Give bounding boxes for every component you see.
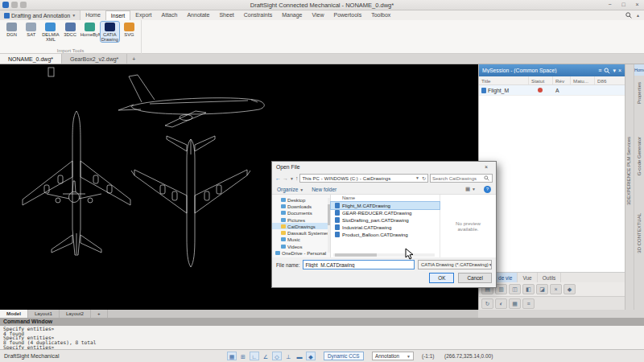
delmia-xml-button[interactable]: DELMIA XML [41,22,60,42]
list-view-icon[interactable]: ≡ [522,298,535,309]
grid-icon[interactable]: ⊞ [238,352,248,360]
maturity-icon[interactable]: ▥ [495,284,507,294]
new-tab-button[interactable]: + [127,54,140,64]
svg-button[interactable]: SVG [120,22,138,42]
panel-tab-3dcontextual[interactable]: 3D CONTEXTUAL [637,213,642,253]
tree-item-thispc[interactable]: This PC [272,257,330,257]
annotation-scale-select[interactable]: Annotation ▼ [372,352,414,360]
workspace-selector[interactable]: Drafting and Annotation ▼ [0,10,80,20]
forward-icon[interactable]: → [283,174,288,183]
organize-button[interactable]: Organize ▼ [277,187,303,192]
add-layout-button[interactable]: + [91,310,108,318]
ribbon-tab-attach[interactable]: Attach [157,10,183,20]
tab-vue[interactable]: Vue [518,273,537,282]
breadcrumb[interactable]: This PC [302,176,319,181]
transfer-icon[interactable]: ◧ [522,284,535,294]
ok-button[interactable]: OK [429,273,454,283]
homebyme-button[interactable]: HomeByMe [80,22,100,42]
panel-tab-home[interactable]: Home [634,64,644,76]
ribbon-tab-view[interactable]: View [307,10,328,20]
tree-item-music[interactable]: Music [272,237,330,243]
etrack-icon[interactable]: ⊥ [283,352,293,360]
ribbon-tab-annotate[interactable]: Annotate [182,10,214,20]
ribbon-tab-powertools[interactable]: Powertools [329,10,367,20]
grid-view-icon[interactable]: ▦ [509,298,521,309]
tree-item-dassault[interactable]: Dassault Systemes [272,229,330,236]
polar-icon[interactable]: ∠ [261,352,270,360]
back-icon[interactable]: ← [275,174,281,183]
column-statut[interactable]: Statut [529,76,553,84]
ribbon-tab-insert[interactable]: Insert [105,10,131,20]
column-title[interactable]: Title [479,76,529,84]
delete-icon[interactable]: × [550,284,562,294]
refresh-icon[interactable]: ↻ [481,298,493,309]
panel-tab-properties[interactable]: Properties [637,82,642,104]
maximize-button[interactable]: □ [617,0,630,10]
table-row[interactable]: Flight_M A [479,85,625,96]
file-type-select[interactable]: CATIA Drawing (*.CATDrawing) ▼ [418,260,492,269]
settings-icon[interactable]: ◆ [564,284,576,294]
file-item[interactable]: SlotDrafting_part.CATDrawing [331,216,440,224]
column-d86[interactable]: D86 [595,76,625,84]
duplicate-icon[interactable]: ◫ [509,284,521,294]
tab-outils[interactable]: Outils [538,273,562,282]
dynamic-ccs-toggle[interactable]: Dynamic CCS [324,352,364,360]
catia-drawing-button[interactable]: CATIA Drawing [101,22,119,42]
tab-layout2[interactable]: Layout2 [60,310,91,318]
refresh-icon[interactable]: ↻ [422,175,426,181]
tree-item-documents[interactable]: Documents [272,210,330,216]
3dcc-button[interactable]: 3DCC [61,22,80,42]
snap-icon[interactable]: ▦ [227,352,237,360]
tab-model[interactable]: Model [0,310,28,318]
lock-icon[interactable]: ◪ [536,284,548,294]
help-icon[interactable]: ? [484,186,491,193]
filename-input[interactable] [303,260,415,269]
search-input[interactable] [432,176,484,181]
file-item[interactable]: GEAR-REDUCER.CATDrawing [331,209,440,216]
column-header-name[interactable]: Name [331,195,440,202]
recent-locations-icon[interactable]: ▼ [290,176,294,181]
column-maturity[interactable]: Matu... [571,76,595,84]
close-button[interactable]: × [630,0,644,10]
tree-item-videos[interactable]: Videos [272,243,330,249]
search-icon[interactable] [604,68,610,74]
tree-item-desktop[interactable]: Desktop [272,196,330,203]
ortho-icon[interactable]: ∟ [250,352,259,360]
ribbon-tab-export[interactable]: Export [130,10,156,20]
panel-tab-3dexperience[interactable]: 3DEXPERIENCE PLM Services [626,137,631,205]
tree-item-downloads[interactable]: Downloads [272,203,330,209]
up-icon[interactable]: ↑ [295,174,299,183]
view-mode-icon[interactable]: ▦ ▼ [465,186,476,192]
filter-icon[interactable]: ◐ [495,298,507,309]
close-icon[interactable]: × [618,68,621,73]
search-icon[interactable] [625,12,632,19]
esnap-icon[interactable]: ◇ [272,352,282,360]
pin-icon[interactable]: ▾ [613,68,616,73]
column-rev[interactable]: Rév [553,76,571,84]
ribbon-tab-sheet[interactable]: Sheet [214,10,238,20]
file-item[interactable]: Industrial.CATDrawing [331,224,440,231]
cancel-button[interactable]: Cancel [458,273,492,283]
search-box[interactable] [430,174,493,183]
lineweight-icon[interactable]: ▬ [295,352,304,360]
sat-button[interactable]: SAT [22,22,40,42]
breadcrumb[interactable]: WINDOWS (C:) [324,176,358,181]
tree-item-catdrawings[interactable]: CatDrawings [272,223,330,229]
doc-tab-noname[interactable]: NONAME_0.dwg* [0,54,62,64]
new-folder-button[interactable]: New folder [312,187,336,192]
minimize-button[interactable]: − [603,0,617,10]
menu-icon[interactable]: ≡ [598,68,601,73]
command-history[interactable]: Specify entities» 4 found Specify entiti… [0,326,644,351]
breadcrumb[interactable]: CatDrawings [363,176,390,181]
file-item[interactable]: Flight_M.CATDrawing [331,202,440,209]
collapse-ribbon-icon[interactable]: ▲ [636,13,640,18]
ribbon-tab-home[interactable]: Home [80,10,105,20]
panel-tab-gcode[interactable]: G-code Generator [637,137,642,175]
tree-item-pictures[interactable]: Pictures [272,216,330,223]
file-item[interactable]: Product_Balloon.CATDrawing [331,231,440,238]
ribbon-tab-toolbox[interactable]: Toolbox [366,10,395,20]
ccs-icon[interactable]: ◆ [306,352,316,360]
dgn-button[interactable]: DGN [2,22,21,42]
ribbon-tab-constraints[interactable]: Constraints [239,10,277,20]
chevron-down-icon[interactable]: ▼ [415,175,419,181]
